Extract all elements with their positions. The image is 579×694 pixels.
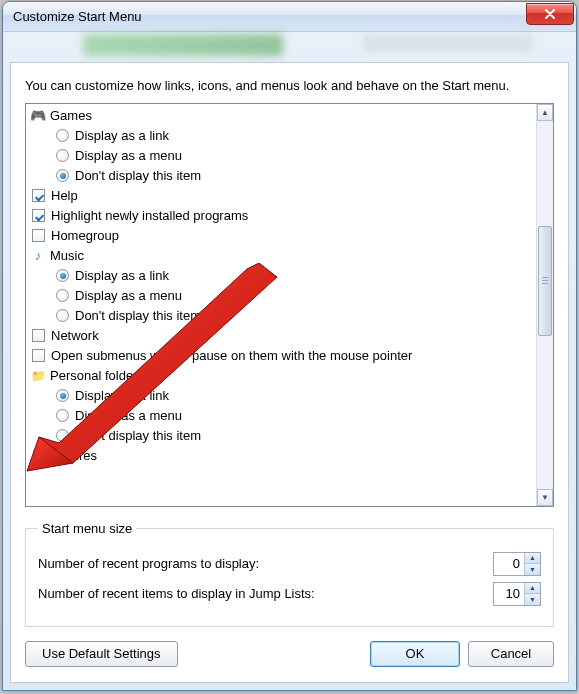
scroll-down-button[interactable]: ▼ — [537, 489, 553, 506]
option-label: Don't display this item — [75, 308, 201, 323]
vertical-scrollbar[interactable]: ▲ ▼ — [536, 104, 553, 506]
scroll-track[interactable] — [537, 121, 553, 489]
radio-icon[interactable] — [56, 309, 69, 322]
use-default-settings-button[interactable]: Use Default Settings — [25, 641, 178, 667]
option-label: Open submenus when I pause on them with … — [51, 348, 412, 363]
category-label: Music — [50, 248, 84, 263]
folder-icon: 📁 — [30, 368, 46, 384]
option-label: Display as a link — [75, 128, 169, 143]
games-display-link-row[interactable]: Display as a link — [30, 126, 532, 146]
scroll-thumb[interactable] — [538, 226, 552, 336]
option-label: Network — [51, 328, 99, 343]
spin-up-icon[interactable]: ▲ — [525, 583, 540, 595]
recent-programs-label: Number of recent programs to display: — [38, 556, 493, 571]
option-label: Help — [51, 188, 78, 203]
highlight-new-programs-row[interactable]: Highlight newly installed programs — [30, 206, 532, 226]
scroll-up-button[interactable]: ▲ — [537, 104, 553, 121]
radio-icon[interactable] — [56, 149, 69, 162]
spin-up-icon[interactable]: ▲ — [525, 553, 540, 565]
option-label: Display as a link — [75, 268, 169, 283]
music-icon: ♪ — [30, 248, 46, 264]
intro-text: You can customize how links, icons, and … — [25, 77, 554, 95]
radio-icon[interactable] — [56, 289, 69, 302]
network-row[interactable]: Network — [30, 326, 532, 346]
recent-programs-input[interactable] — [494, 553, 524, 575]
cancel-button[interactable]: Cancel — [468, 641, 554, 667]
options-list: 🎮 Games Display as a link Display as a m… — [25, 103, 554, 507]
checkbox-icon[interactable] — [32, 349, 45, 362]
games-dont-display-row[interactable]: Don't display this item — [30, 166, 532, 186]
close-button[interactable] — [526, 3, 574, 25]
ok-button[interactable]: OK — [370, 641, 460, 667]
music-display-link-row[interactable]: Display as a link — [30, 266, 532, 286]
spin-down-icon[interactable]: ▼ — [525, 564, 540, 575]
option-label: Display as a link — [75, 388, 169, 403]
category-label: Personal folder — [50, 368, 137, 383]
checkbox-icon[interactable] — [32, 329, 45, 342]
help-row[interactable]: Help — [30, 186, 532, 206]
category-pictures: 🖼 Pictures — [30, 446, 532, 466]
close-icon — [544, 9, 556, 19]
radio-icon[interactable] — [56, 409, 69, 422]
options-list-inner: 🎮 Games Display as a link Display as a m… — [26, 104, 536, 468]
option-label: Don't display this item — [75, 428, 201, 443]
jump-lists-label: Number of recent items to display in Jum… — [38, 586, 493, 601]
radio-icon[interactable] — [56, 129, 69, 142]
client-area: You can customize how links, icons, and … — [10, 62, 569, 683]
dialog-window: Customize Start Menu You can customize h… — [2, 1, 577, 691]
start-menu-size-group: Start menu size Number of recent program… — [25, 521, 554, 627]
personal-display-menu-row[interactable]: Display as a menu — [30, 406, 532, 426]
option-label: Display as a menu — [75, 288, 182, 303]
category-music: ♪ Music — [30, 246, 532, 266]
games-display-menu-row[interactable]: Display as a menu — [30, 146, 532, 166]
option-label: Don't display this item — [75, 168, 201, 183]
category-label: Games — [50, 108, 92, 123]
recent-programs-spinner[interactable]: ▲ ▼ — [493, 552, 541, 576]
homegroup-row[interactable]: Homegroup — [30, 226, 532, 246]
option-label: Display as a menu — [75, 408, 182, 423]
category-label: Pictures — [50, 448, 97, 463]
music-dont-display-row[interactable]: Don't display this item — [30, 306, 532, 326]
open-submenus-row[interactable]: Open submenus when I pause on them with … — [30, 346, 532, 366]
titlebar: Customize Start Menu — [3, 2, 576, 32]
jump-lists-spinner[interactable]: ▲ ▼ — [493, 582, 541, 606]
music-display-menu-row[interactable]: Display as a menu — [30, 286, 532, 306]
radio-icon[interactable] — [56, 269, 69, 282]
window-title: Customize Start Menu — [13, 9, 526, 24]
category-personal-folder: 📁 Personal folder — [30, 366, 532, 386]
option-label: Highlight newly installed programs — [51, 208, 248, 223]
personal-display-link-row[interactable]: Display as a link — [30, 386, 532, 406]
radio-icon[interactable] — [56, 389, 69, 402]
jump-lists-row: Number of recent items to display in Jum… — [38, 582, 541, 606]
category-games: 🎮 Games — [30, 106, 532, 126]
games-icon: 🎮 — [30, 108, 46, 124]
dialog-buttons: Use Default Settings OK Cancel — [25, 641, 554, 667]
checkbox-icon[interactable] — [32, 209, 45, 222]
pictures-icon: 🖼 — [30, 448, 46, 464]
spin-down-icon[interactable]: ▼ — [525, 594, 540, 605]
jump-lists-input[interactable] — [494, 583, 524, 605]
recent-programs-row: Number of recent programs to display: ▲ … — [38, 552, 541, 576]
option-label: Display as a menu — [75, 148, 182, 163]
option-label: Homegroup — [51, 228, 119, 243]
checkbox-icon[interactable] — [32, 189, 45, 202]
radio-icon[interactable] — [56, 429, 69, 442]
background-blur — [363, 34, 533, 52]
checkbox-icon[interactable] — [32, 229, 45, 242]
personal-dont-display-row[interactable]: Don't display this item — [30, 426, 532, 446]
radio-icon[interactable] — [56, 169, 69, 182]
background-blur — [83, 34, 283, 56]
group-legend: Start menu size — [38, 521, 136, 536]
